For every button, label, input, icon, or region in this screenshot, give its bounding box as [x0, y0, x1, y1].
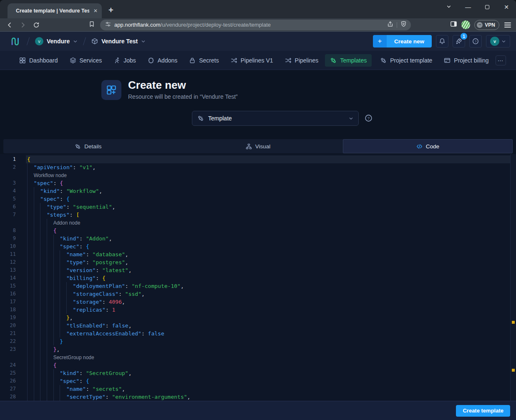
vpn-off-icon: −: [477, 22, 483, 28]
brave-shield-icon[interactable]: [400, 21, 407, 29]
editor-line-23[interactable]: 23},: [0, 345, 516, 353]
create-new-button[interactable]: + Create new: [373, 35, 432, 48]
back-button[interactable]: [4, 20, 15, 30]
editor-line-7[interactable]: 7"steps": [: [0, 211, 516, 219]
tab-details[interactable]: Details: [3, 139, 173, 153]
bookmark-icon[interactable]: [88, 21, 95, 29]
sidebar-toggle-icon[interactable]: [450, 20, 457, 29]
editor-line-1[interactable]: 1{: [0, 155, 516, 163]
nav-item-jobs[interactable]: Jobs: [108, 54, 141, 67]
visual-icon: [246, 143, 252, 150]
help-button[interactable]: ?: [469, 35, 482, 48]
editor-line-26[interactable]: 26"spec": {: [0, 377, 516, 385]
chevron-down-icon[interactable]: [73, 39, 78, 44]
editor-line-14[interactable]: 14"billing": {: [0, 274, 516, 282]
editor-line-21[interactable]: 21"externalAccessEnabled": false: [0, 330, 516, 338]
editor-line-16[interactable]: 16"storageClass": "ssd",: [0, 290, 516, 298]
editor-line-10[interactable]: 10"spec": {: [0, 242, 516, 250]
browser-window: Create template | Vendure Test | ✕ + — ✕…: [0, 0, 516, 420]
line-number: 27: [0, 385, 26, 393]
forward-button[interactable]: [18, 20, 28, 30]
editor-line-5[interactable]: 5"spec": {: [0, 195, 516, 203]
breadcrumb-project[interactable]: Vendure Test: [91, 38, 146, 45]
share-icon[interactable]: [387, 21, 393, 29]
reload-button[interactable]: [31, 20, 42, 30]
nav-item-pipelines[interactable]: Pipelines: [280, 54, 324, 67]
window-minimize-button[interactable]: —: [458, 4, 478, 10]
editor-line-12[interactable]: 12"type": "postgres",: [0, 258, 516, 266]
user-menu-button[interactable]: v: [486, 35, 510, 48]
line-number: 15: [0, 282, 26, 290]
template-icon: [330, 57, 337, 64]
browser-updates-chevron-icon[interactable]: [439, 4, 458, 10]
tab-code[interactable]: Code: [343, 139, 513, 153]
tab-close-icon[interactable]: ✕: [93, 8, 98, 14]
code-editor[interactable]: 1{2"apiVersion": "v1",Workflow node3"spe…: [0, 154, 516, 401]
editor-line-25[interactable]: 25"kind": "SecretGroup",: [0, 369, 516, 377]
template-icon: [197, 115, 204, 122]
line-number: 16: [0, 290, 26, 298]
notifications-button[interactable]: [436, 35, 448, 48]
nav-item-secrets[interactable]: Secrets: [184, 54, 224, 67]
editor-line-9[interactable]: 9"kind": "Addon",: [0, 235, 516, 242]
line-number: 26: [0, 377, 26, 385]
window-close-button[interactable]: ✕: [497, 4, 516, 10]
new-tab-button[interactable]: +: [108, 5, 113, 15]
url-bar[interactable]: app.northflank.com/u/vendure/project/dep…: [100, 20, 411, 30]
editor-line-22[interactable]: 22}: [0, 338, 516, 345]
line-number: 6: [0, 203, 26, 211]
editor-line-18[interactable]: 18"replicas": 1: [0, 306, 516, 314]
editor-line-2[interactable]: 2"apiVersion": "v1",: [0, 163, 516, 171]
editor-line-20[interactable]: 20"tlsEnabled": false,: [0, 322, 516, 330]
svg-text:?: ?: [475, 40, 477, 43]
window-maximize-button[interactable]: [478, 4, 497, 10]
editor-line-8[interactable]: 8{: [0, 227, 516, 235]
chevron-down-icon[interactable]: [141, 39, 146, 44]
line-number: 1: [0, 155, 26, 163]
nav-item-project-billing[interactable]: Project billing: [439, 54, 493, 67]
browser-menu-icon[interactable]: [503, 21, 512, 29]
whats-new-button[interactable]: 1: [453, 35, 465, 48]
notification-badge: 1: [461, 33, 467, 40]
resource-type-select[interactable]: Template: [192, 111, 359, 126]
code-icon: [416, 143, 423, 150]
line-number: 20: [0, 322, 26, 330]
extension-icon[interactable]: [461, 20, 470, 29]
editor-line-24[interactable]: 24{: [0, 361, 516, 369]
create-template-button[interactable]: Create template: [456, 405, 510, 417]
nav-item-pipelines-v1[interactable]: Pipelines V1: [226, 54, 278, 67]
editor-line-17[interactable]: 17"storage": 4096,: [0, 298, 516, 306]
northflank-logo[interactable]: [10, 36, 21, 47]
editor-line-6[interactable]: 6"type": "sequential",: [0, 203, 516, 211]
editor-line-3[interactable]: 3"spec": {: [0, 179, 516, 187]
chevron-down-icon: [501, 39, 506, 44]
line-number: 17: [0, 298, 26, 306]
line-number: 2: [0, 163, 26, 171]
app-header: v Vendure Vendure Test + Create new 1 ?: [0, 32, 516, 51]
nav-item-services[interactable]: Services: [65, 54, 107, 67]
editor-line-13[interactable]: 13"version": "latest",: [0, 266, 516, 274]
tab-visual[interactable]: Visual: [173, 139, 343, 153]
editor-line-11[interactable]: 11"name": "database",: [0, 250, 516, 258]
vpn-button[interactable]: − VPN: [474, 20, 499, 30]
scrollbar-warning-marker: [512, 369, 515, 372]
editor-scrollbar[interactable]: [510, 154, 516, 401]
editor-line-28[interactable]: 28"secretType": "environment-arguments",: [0, 393, 516, 401]
nav-more-button[interactable]: ⋯: [496, 55, 506, 65]
nav-item-addons[interactable]: Addons: [143, 54, 182, 67]
editor-line-4[interactable]: 4"kind": "Workflow",: [0, 187, 516, 195]
editor-node-label: Addon node: [0, 219, 516, 227]
nav-item-dashboard[interactable]: Dashboard: [14, 54, 63, 67]
nav-item-project-template[interactable]: Project template: [375, 54, 437, 67]
editor-line-15[interactable]: 15"deploymentPlan": "nf-compute-10",: [0, 282, 516, 290]
editor-line-27[interactable]: 27"name": "secrets",: [0, 385, 516, 393]
editor-line-19[interactable]: 19},: [0, 314, 516, 322]
help-icon[interactable]: ?: [365, 114, 373, 124]
site-settings-icon[interactable]: [105, 21, 111, 29]
footer-bar: Create template: [0, 401, 516, 420]
line-number: 18: [0, 306, 26, 314]
browser-tab[interactable]: Create template | Vendure Test | ✕: [8, 3, 102, 18]
url-text[interactable]: app.northflank.com/u/vendure/project/dep…: [114, 22, 384, 28]
breadcrumb-org[interactable]: v Vendure: [35, 37, 78, 45]
nav-item-templates[interactable]: Templates: [325, 54, 372, 67]
